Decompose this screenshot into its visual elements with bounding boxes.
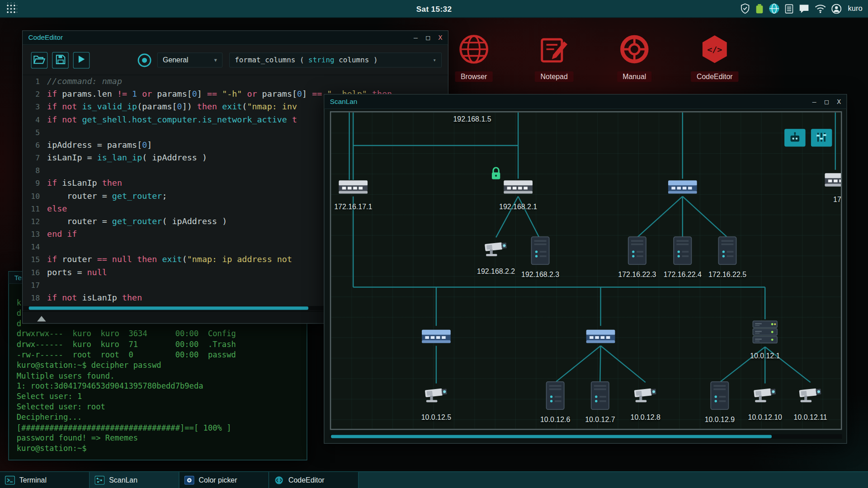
network-node-10.0.12.5[interactable] [424, 385, 449, 407]
network-node-10.0.12.1[interactable] [752, 320, 778, 347]
desktop-icon-notepad[interactable]: Notepad [521, 33, 587, 82]
codeeditor-titlebar[interactable]: CodeEditor – □ X [23, 31, 448, 45]
taskbar: TerminalScanLanColor pickerCodeEditor [0, 471, 868, 488]
pc-icon [545, 402, 565, 412]
shield-icon[interactable] [740, 3, 750, 14]
network-node-192.168.2.2[interactable] [483, 239, 509, 261]
line-number: 1 [23, 75, 47, 88]
window-title: ScanLan [330, 98, 357, 105]
network-node-10.0.12.6[interactable] [545, 381, 565, 413]
node-ip-label: 192.168.2.2 [477, 267, 515, 275]
user-icon[interactable] [831, 4, 841, 14]
battery-icon[interactable] [755, 4, 763, 14]
scroll-up-arrow-icon[interactable] [37, 316, 46, 321]
scrollbar-thumb[interactable] [29, 306, 308, 310]
window-title: CodeEditor [28, 34, 63, 42]
open-folder-icon [33, 54, 45, 66]
network-node-10.0.12.11[interactable] [797, 385, 823, 407]
save-icon [55, 54, 66, 66]
scanlan-titlebar[interactable]: ScanLan – □ X [325, 94, 847, 109]
network-node-172[interactable] [824, 172, 842, 191]
server-icon [752, 337, 778, 347]
network-node-172.16.22.3[interactable] [627, 236, 647, 267]
maximize-button[interactable]: □ [825, 98, 829, 105]
desktop-icons: BrowserNotepadManual</>CodeEditor [441, 33, 748, 82]
run-icon [77, 55, 86, 65]
network-node-10.0.12.9[interactable] [710, 381, 730, 413]
network-node-switch-blue[interactable] [421, 328, 451, 347]
list-icon[interactable] [785, 4, 793, 14]
taskbar-item-label: CodeEditor [288, 476, 325, 484]
robot-button[interactable] [784, 129, 806, 146]
open-file-button[interactable] [31, 52, 48, 68]
network-icon[interactable] [769, 3, 779, 14]
terminal-line: kuro@station:~$ decipher passwd [17, 360, 307, 371]
color-picker-icon [184, 475, 194, 484]
terminal-line: Selected user: root [17, 402, 307, 412]
minimize-button[interactable]: – [414, 34, 418, 42]
network-node-switch-blue[interactable] [668, 179, 698, 198]
network-map[interactable]: 172.16.17.1192.168.2.1172192.168.2.2192.… [330, 111, 842, 430]
node-ip-label: 10.0.12.6 [540, 416, 570, 424]
desktop-icon-manual[interactable]: Manual [601, 33, 668, 82]
taskbar-item-codeeditor[interactable]: CodeEditor [269, 472, 359, 488]
robot-icon [788, 131, 802, 144]
window-controls: – □ X [414, 34, 442, 42]
map-horizontal-scrollbar[interactable] [330, 434, 842, 439]
network-node-192.168.2.1[interactable] [503, 179, 533, 198]
taskbar-item-color-picker[interactable]: Color picker [179, 472, 269, 488]
maximize-button[interactable]: □ [426, 34, 430, 42]
codeeditor-icon [274, 475, 284, 484]
globe-icon [458, 33, 490, 65]
close-button[interactable]: X [439, 34, 443, 42]
signature-dropdown[interactable]: format_columns ( string columns ) ▾ [229, 52, 442, 67]
filter-button[interactable] [811, 129, 832, 146]
camera-icon [797, 397, 823, 406]
desktop-icon-browser[interactable]: Browser [441, 33, 507, 82]
node-ip-label: 10.0.12.10 [748, 413, 782, 422]
line-number: 17 [23, 279, 47, 291]
line-number: 15 [23, 253, 47, 266]
taskbar-item-terminal[interactable]: Terminal [0, 472, 90, 488]
terminal-line: Multiple users found. [17, 371, 307, 381]
line-number: 14 [23, 241, 47, 253]
hexcode-icon: </> [699, 33, 731, 65]
terminal-line: kuro@station:~$ [17, 443, 307, 454]
switch-gray-icon [338, 188, 368, 197]
line-number: 3 [23, 101, 47, 113]
network-node-172.16.22.4[interactable] [673, 236, 693, 267]
signature-text: format_columns ( string columns ) [235, 56, 377, 64]
pc-icon [717, 257, 737, 267]
camera-icon [633, 397, 658, 406]
desktop-icon-codeeditor[interactable]: </>CodeEditor [681, 33, 748, 82]
terminal-icon [5, 475, 15, 484]
terminal-line: Select user: 1 [17, 391, 307, 402]
network-node-10.0.12.8[interactable] [633, 385, 658, 407]
switch-gray-icon [503, 188, 533, 197]
map-edges [331, 113, 842, 430]
wifi-icon[interactable] [815, 4, 826, 13]
network-node-172.16.22.5[interactable] [717, 236, 737, 267]
network-node-switch-blue[interactable] [586, 328, 616, 347]
node-ip-label: 192.168.1.5 [453, 115, 491, 123]
node-ip-label: 10.0.12.11 [794, 413, 827, 422]
terminal-line: -rw-r----- root root 0 00:00 passwd [17, 350, 307, 360]
editor-toolbar: General ▾ format_columns ( string column… [23, 45, 448, 75]
scrollbar-thumb[interactable] [331, 435, 771, 438]
save-button[interactable] [52, 52, 69, 68]
app-launcher-icon[interactable] [5, 3, 17, 14]
network-node-172.16.17.1[interactable] [338, 179, 368, 198]
minimize-button[interactable]: – [812, 98, 816, 105]
line-number: 18 [23, 291, 47, 304]
taskbar-item-scanlan[interactable]: ScanLan [90, 472, 179, 488]
category-dropdown[interactable]: General ▾ [157, 52, 222, 67]
desktop-icon-label: Browser [455, 71, 493, 82]
network-node-10.0.12.10[interactable] [752, 385, 778, 407]
chat-icon[interactable] [799, 4, 809, 14]
run-button[interactable] [73, 52, 90, 68]
network-node-192.168.2.3[interactable] [530, 236, 550, 267]
taskbar-item-label: ScanLan [109, 476, 137, 484]
network-node-10.0.12.7[interactable] [590, 381, 610, 413]
close-button[interactable]: X [837, 98, 841, 105]
terminal-line: 1: root:3d041794653d9041395780bedd7b9eda [17, 381, 307, 391]
